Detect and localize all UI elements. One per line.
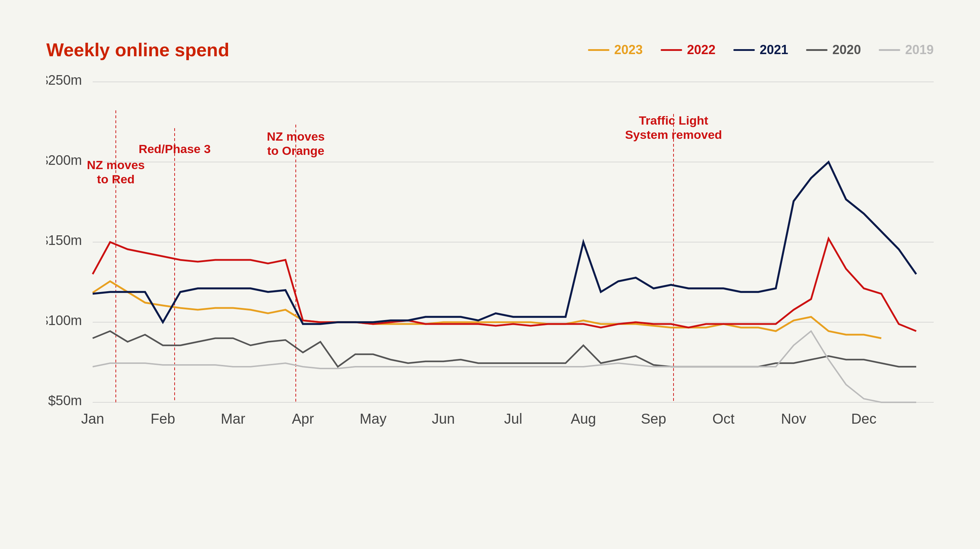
x-label-apr: Apr <box>292 411 314 427</box>
x-label-jan: Jan <box>81 411 104 427</box>
legend-line-2020 <box>806 49 827 51</box>
y-label-200: $200m <box>46 153 82 168</box>
y-label-150: $150m <box>46 233 82 248</box>
legend-line-2023 <box>588 49 609 51</box>
x-label-jun: Jun <box>432 411 455 427</box>
annotation-nz-red-line1: NZ moves <box>87 158 145 171</box>
legend-item-2022: 2022 <box>661 42 716 57</box>
x-label-jul: Jul <box>504 411 522 427</box>
y-label-250: $250m <box>46 75 82 87</box>
chart-svg: $250m $200m $150m $100m $50m Jan Feb Mar… <box>46 75 934 466</box>
legend-label-2020: 2020 <box>832 42 861 57</box>
chart-area: $250m $200m $150m $100m $50m Jan Feb Mar… <box>46 75 934 466</box>
y-label-100: $100m <box>46 313 82 328</box>
annotation-traffic-light-line1: Traffic Light <box>639 114 708 127</box>
legend-label-2021: 2021 <box>760 42 788 57</box>
x-label-mar: Mar <box>221 411 245 427</box>
legend-line-2021 <box>733 49 755 51</box>
header-row: Weekly online spend 2023 2022 2021 2020 … <box>46 39 934 60</box>
x-label-dec: Dec <box>851 411 876 427</box>
annotation-nz-red-line2: to Red <box>97 172 135 186</box>
x-label-may: May <box>360 411 387 427</box>
legend: 2023 2022 2021 2020 2019 <box>588 42 934 57</box>
legend-item-2021: 2021 <box>733 42 788 57</box>
x-label-nov: Nov <box>781 411 806 427</box>
x-label-feb: Feb <box>151 411 175 427</box>
legend-item-2023: 2023 <box>588 42 643 57</box>
legend-line-2019 <box>879 49 900 51</box>
chart-title: Weekly online spend <box>46 39 229 60</box>
y-label-50: $50m <box>48 393 82 408</box>
line-2023 <box>93 281 881 338</box>
legend-item-2020: 2020 <box>806 42 861 57</box>
line-2020 <box>93 331 916 367</box>
line-2022 <box>93 238 916 331</box>
annotation-traffic-light-line2: System removed <box>625 128 722 141</box>
annotation-nz-orange-line2: to Orange <box>267 144 325 157</box>
legend-item-2019: 2019 <box>879 42 934 57</box>
x-label-oct: Oct <box>713 411 735 427</box>
x-label-sep: Sep <box>641 411 666 427</box>
legend-label-2019: 2019 <box>905 42 934 57</box>
legend-line-2022 <box>661 49 682 51</box>
legend-label-2022: 2022 <box>687 42 716 57</box>
chart-container: Weekly online spend 2023 2022 2021 2020 … <box>18 18 962 531</box>
legend-label-2023: 2023 <box>614 42 643 57</box>
x-label-aug: Aug <box>571 411 596 427</box>
line-2021 <box>93 162 916 324</box>
annotation-nz-orange-line1: NZ moves <box>267 130 325 143</box>
annotation-red-phase3: Red/Phase 3 <box>138 142 211 155</box>
line-2019 <box>93 331 916 402</box>
